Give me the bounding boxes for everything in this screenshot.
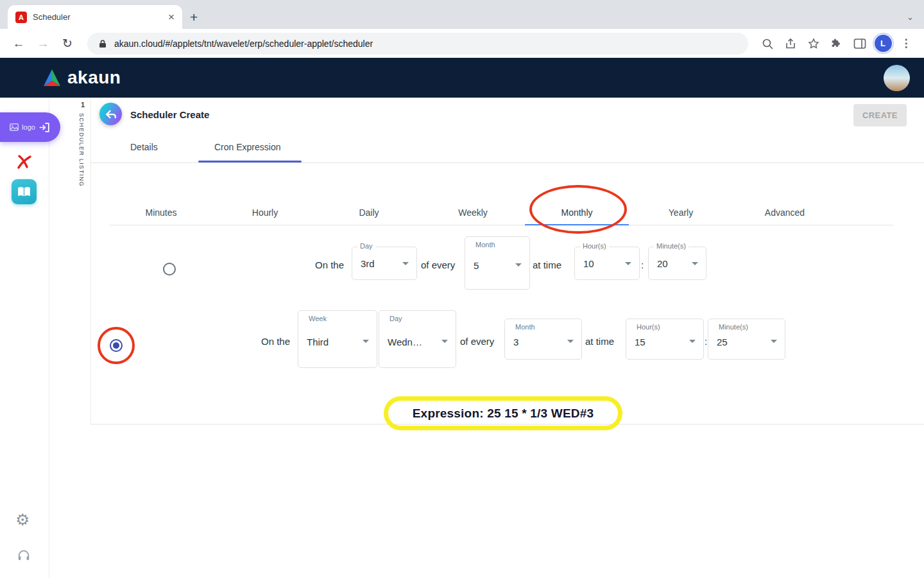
page-title: Scheduler Create xyxy=(130,109,209,120)
forward-button: → xyxy=(32,37,54,51)
row2-on-the-text: On the xyxy=(261,336,290,347)
share-icon[interactable] xyxy=(780,33,801,54)
angular-favicon-icon: A xyxy=(15,12,27,23)
row2-minute-select[interactable]: Minute(s) 25 xyxy=(708,319,785,360)
cron-tab-bar: Minutes Hourly Daily Weekly Monthly Year… xyxy=(109,200,837,225)
row1-minute-label: Minute(s) xyxy=(654,242,689,250)
row1-day-label: Day xyxy=(357,242,375,250)
row1-month-label: Month xyxy=(473,241,498,249)
row2-day-label: Day xyxy=(387,315,405,322)
scheduler-listing-vertical-label[interactable]: SCHEDULER LISTING xyxy=(78,113,85,187)
cron-tab-weekly[interactable]: Weekly xyxy=(421,200,525,225)
content-area: logo ⚙ 1 SCHEDULER LISTING Scheduler Cre… xyxy=(0,98,924,578)
extensions-puzzle-icon[interactable] xyxy=(826,33,847,54)
yellow-highlight-annotation: Expression: 25 15 * 1/3 WED#3 xyxy=(384,396,622,430)
active-tab-underline xyxy=(198,161,302,162)
row1-month-value: 5 xyxy=(474,260,479,271)
app-header: akaun xyxy=(0,58,924,98)
divider xyxy=(109,225,893,225)
support-headset-icon[interactable] xyxy=(16,548,31,563)
row1-colon-text: : xyxy=(641,259,644,270)
row2-of-every-text: of every xyxy=(460,336,494,347)
row2-month-select[interactable]: Month 3 xyxy=(504,319,582,360)
bookmark-star-icon[interactable] xyxy=(803,33,824,54)
radio-nth-weekday-option[interactable] xyxy=(110,339,123,352)
broken-image-icon xyxy=(10,123,19,131)
brand-text: akaun xyxy=(67,67,121,88)
row1-on-the-text: On the xyxy=(315,259,344,270)
row1-minute-select[interactable]: Minute(s) 20 xyxy=(648,247,706,280)
row2-hour-label: Hour(s) xyxy=(634,323,663,331)
row2-week-value: Third xyxy=(307,337,329,347)
url-text[interactable]: akaun.cloud/#/applets/tnt/wavelet/erp/sc… xyxy=(114,39,373,49)
cron-tab-monthly[interactable]: Monthly xyxy=(525,200,629,225)
back-button[interactable]: ← xyxy=(8,37,30,51)
browser-profile-avatar[interactable]: L xyxy=(873,33,893,54)
row1-hour-value: 10 xyxy=(583,258,594,269)
tab-details[interactable]: Details xyxy=(130,142,158,152)
browser-tab-strip: A Scheduler × + ⌄ xyxy=(0,0,924,29)
search-icon[interactable] xyxy=(757,33,778,54)
lock-icon[interactable] xyxy=(98,33,108,54)
row2-week-select[interactable]: Week Third xyxy=(298,310,377,368)
akaun-triangle-icon xyxy=(42,69,62,86)
browser-menu-kebab-icon[interactable]: ⋮ xyxy=(896,33,916,54)
cron-tab-minutes[interactable]: Minutes xyxy=(109,200,213,225)
radio-dot xyxy=(113,342,119,349)
akaun-logo[interactable]: akaun xyxy=(42,67,121,88)
row2-week-label: Week xyxy=(306,315,329,322)
create-button[interactable]: CREATE xyxy=(853,104,907,127)
row1-month-select[interactable]: Month 5 xyxy=(465,236,530,290)
back-circle-button[interactable] xyxy=(99,103,122,125)
row2-month-value: 3 xyxy=(513,337,518,347)
chevron-down-icon xyxy=(515,263,522,267)
logo-alt-text: logo xyxy=(22,123,35,131)
row1-hour-select[interactable]: Hour(s) 10 xyxy=(574,247,640,280)
book-icon xyxy=(17,186,31,198)
divider xyxy=(90,162,924,163)
tab-cron-expression[interactable]: Cron Expression xyxy=(214,142,281,152)
login-icon xyxy=(38,121,51,134)
chevron-down-icon xyxy=(625,262,631,265)
sidebar-book-app-icon[interactable] xyxy=(12,179,37,204)
radio-day-of-month-option[interactable] xyxy=(163,263,176,276)
address-bar[interactable]: akaun.cloud/#/applets/tnt/wavelet/erp/sc… xyxy=(87,33,748,55)
active-cron-tab-underline xyxy=(525,224,629,225)
chevron-down-icon xyxy=(567,340,574,343)
row2-day-value: Wedn… xyxy=(388,337,422,347)
profile-initial: L xyxy=(875,35,892,52)
divider xyxy=(90,98,91,424)
chevron-down-icon xyxy=(771,340,777,343)
row2-hour-value: 15 xyxy=(635,337,646,347)
row2-colon-text: : xyxy=(705,336,707,347)
row1-of-every-text: of every xyxy=(421,259,455,270)
new-tab-button[interactable]: + xyxy=(190,10,198,24)
user-avatar[interactable] xyxy=(884,65,910,91)
sidebar-logo-button[interactable]: logo xyxy=(0,112,60,142)
chevron-down-icon xyxy=(441,340,448,343)
side-panel-icon[interactable] xyxy=(850,33,870,54)
cron-tab-advanced[interactable]: Advanced xyxy=(733,200,837,225)
cron-expression-text: Expression: 25 15 * 1/3 WED#3 xyxy=(413,407,594,421)
listing-index: 1 xyxy=(81,101,85,109)
tab-title: Scheduler xyxy=(33,12,162,22)
cron-tab-yearly[interactable]: Yearly xyxy=(629,200,733,225)
cron-tab-daily[interactable]: Daily xyxy=(317,200,421,225)
row1-day-select[interactable]: Day 3rd xyxy=(352,247,417,280)
tab-close-icon[interactable]: × xyxy=(168,12,175,22)
row2-day-select[interactable]: Day Wedn… xyxy=(379,310,456,368)
chevron-down-icon xyxy=(402,262,409,265)
reload-button[interactable]: ↻ xyxy=(56,36,78,51)
row2-hour-select[interactable]: Hour(s) 15 xyxy=(626,319,704,360)
chevron-down-icon xyxy=(692,262,698,265)
cron-tab-hourly[interactable]: Hourly xyxy=(213,200,317,225)
settings-gear-icon[interactable]: ⚙ xyxy=(15,512,30,528)
row1-at-time-text: at time xyxy=(533,259,561,270)
sidebar-red-app-icon[interactable] xyxy=(15,152,33,170)
chevron-down-icon xyxy=(363,340,369,343)
row1-minute-value: 20 xyxy=(657,258,668,269)
browser-tab[interactable]: A Scheduler × xyxy=(8,5,182,29)
row2-minute-label: Minute(s) xyxy=(716,323,751,331)
tab-search-chevron-down-icon[interactable]: ⌄ xyxy=(907,13,914,21)
row1-day-value: 3rd xyxy=(361,258,375,269)
